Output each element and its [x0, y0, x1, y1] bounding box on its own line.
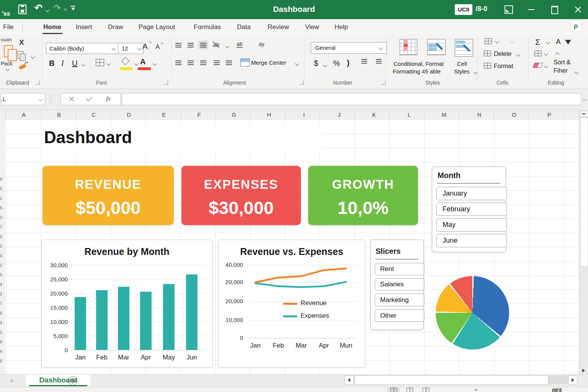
- insert-function-icon[interactable]: fx: [106, 95, 111, 103]
- account-badge[interactable]: UCII: [455, 4, 472, 15]
- column-header[interactable]: G: [216, 111, 252, 118]
- clear-dropdown-icon[interactable]: [544, 64, 548, 68]
- zoom-in-icon[interactable]: +: [475, 387, 478, 392]
- format-as-table-icon[interactable]: [427, 39, 446, 55]
- row-headers[interactable]: 95153700425437632945: [0, 119, 6, 374]
- orientation-dropdown-icon[interactable]: [225, 44, 229, 48]
- format-painter-icon[interactable]: [19, 64, 26, 70]
- ribbon-display-options-icon[interactable]: [505, 5, 513, 14]
- bar-may[interactable]: [163, 284, 175, 350]
- normal-view-icon[interactable]: [390, 388, 397, 392]
- sheet-canvas[interactable]: Dashboard REVENUE $50,000 EXPENSES $30,0…: [5, 119, 579, 374]
- delete-button[interactable]: Delete: [494, 51, 511, 57]
- formula-bar-divider[interactable]: [51, 94, 51, 103]
- close-icon[interactable]: [574, 6, 582, 13]
- styles-text-line2[interactable]: Formatting 45 able: [393, 68, 454, 75]
- shrink-font-icon[interactable]: A: [155, 43, 160, 51]
- tab-review[interactable]: Review: [268, 23, 289, 31]
- column-header[interactable]: L: [392, 111, 427, 118]
- sheet-nav-left-icon[interactable]: [10, 379, 13, 383]
- autosum-icon[interactable]: Σ: [535, 38, 540, 47]
- align-bottom-icon[interactable]: [200, 43, 206, 47]
- insert-dropdown-icon-2[interactable]: [510, 39, 514, 43]
- clear-eraser-icon[interactable]: [532, 63, 543, 68]
- bar-mar[interactable]: [118, 287, 129, 350]
- sort-filter-label-2[interactable]: Fiher: [554, 67, 567, 74]
- slicer-button-may[interactable]: May: [436, 218, 507, 232]
- scroll-down-button[interactable]: [580, 368, 587, 373]
- paste-label[interactable]: Pack: [1, 60, 13, 67]
- column-header[interactable]: K: [356, 111, 392, 118]
- bar-jan[interactable]: [75, 297, 86, 350]
- cell-styles-label-top[interactable]: Cell: [457, 60, 467, 67]
- column-header[interactable]: D: [111, 111, 147, 118]
- insert-cells-icon[interactable]: [485, 38, 492, 44]
- font-size-combo[interactable]: 12: [118, 43, 144, 54]
- save-icon[interactable]: [18, 4, 28, 15]
- bar-jun[interactable]: [186, 274, 198, 350]
- tab-insert[interactable]: Insert: [76, 23, 92, 31]
- slicer-button-june[interactable]: June: [436, 234, 507, 247]
- tab-view[interactable]: View: [305, 23, 319, 31]
- slicer-button-rent[interactable]: Rent: [375, 263, 424, 275]
- font-dialog-launcher-icon[interactable]: [164, 80, 168, 85]
- bar-feb[interactable]: [96, 290, 108, 350]
- hscroll-left-button[interactable]: [345, 376, 354, 385]
- decrease-indent-icon[interactable]: [214, 60, 220, 65]
- column-header[interactable]: E: [146, 111, 181, 118]
- slicer-button-january[interactable]: January: [436, 187, 507, 200]
- formula-input[interactable]: [122, 93, 581, 105]
- column-header[interactable]: P: [532, 111, 567, 118]
- format-cells-icon[interactable]: [484, 63, 491, 69]
- bar-apr[interactable]: [140, 292, 152, 350]
- slicer-button-salaries[interactable]: Salaries: [375, 278, 424, 291]
- number-format-combo[interactable]: General: [311, 42, 387, 54]
- tab-draw[interactable]: Draw: [108, 23, 123, 31]
- slicer-button-february[interactable]: February: [436, 203, 507, 216]
- font-name-combo[interactable]: Calibri (Body): [46, 43, 119, 54]
- undo-icon[interactable]: ↶: [34, 2, 42, 13]
- grow-font-icon[interactable]: A: [142, 42, 148, 51]
- fill-icon[interactable]: [534, 51, 542, 56]
- borders-dropdown-icon[interactable]: [106, 61, 111, 65]
- tab-file[interactable]: File: [3, 23, 13, 31]
- number-dialog-launcher-icon[interactable]: [381, 80, 385, 85]
- shrink-text-icon[interactable]: ay: [259, 41, 265, 47]
- italic-button[interactable]: I: [61, 59, 64, 68]
- column-header[interactable]: B: [41, 111, 77, 118]
- column-header[interactable]: H: [252, 111, 287, 118]
- qat-customize-icon[interactable]: [71, 8, 75, 10]
- percent-button[interactable]: %: [333, 59, 340, 68]
- tab-formulas[interactable]: Formulas: [194, 23, 221, 31]
- column-header[interactable]: F: [181, 111, 217, 118]
- bold-button[interactable]: B: [49, 59, 54, 68]
- wrap-text-icon[interactable]: ab: [237, 41, 243, 48]
- scroll-up-button[interactable]: [580, 111, 588, 117]
- tab-help[interactable]: Help: [335, 23, 348, 31]
- increase-indent-icon[interactable]: [226, 60, 232, 65]
- align-center-icon[interactable]: [188, 60, 194, 65]
- currency-button[interactable]: $: [314, 59, 318, 68]
- sheet-tab-dashboard[interactable]: Dashboard: [26, 375, 90, 386]
- share-icon[interactable]: ρ: [570, 20, 581, 32]
- align-middle-icon[interactable]: [188, 43, 194, 47]
- align-top-icon[interactable]: [175, 43, 181, 47]
- clipboard-dialog-launcher-icon[interactable]: [35, 80, 39, 85]
- styles-text-line1[interactable]: Conditional, Format: [394, 60, 452, 67]
- hscroll-right-button[interactable]: [568, 376, 577, 385]
- formula-bar-expand-icon[interactable]: [582, 96, 586, 101]
- tab-page-layout[interactable]: Page Layout: [139, 23, 175, 31]
- increase-decimal-icon[interactable]: [361, 59, 367, 64]
- delete-dropdown-icon[interactable]: [516, 52, 520, 56]
- slicer-button-marketing[interactable]: Marketing: [375, 294, 424, 306]
- comma-button[interactable]: ): [347, 58, 350, 67]
- delete-cells-icon[interactable]: [484, 51, 491, 56]
- sort-filter-dropdown-icon[interactable]: [574, 70, 578, 74]
- fill-color-icon[interactable]: [121, 57, 129, 65]
- cell-styles-label-bottom[interactable]: Styles: [454, 68, 470, 75]
- underline-dropdown-icon[interactable]: [81, 62, 85, 66]
- conditional-formatting-icon[interactable]: [400, 39, 417, 55]
- cell-styles-icon[interactable]: [455, 39, 473, 57]
- format-button[interactable]: Format: [494, 63, 513, 70]
- column-header[interactable]: A: [6, 111, 41, 118]
